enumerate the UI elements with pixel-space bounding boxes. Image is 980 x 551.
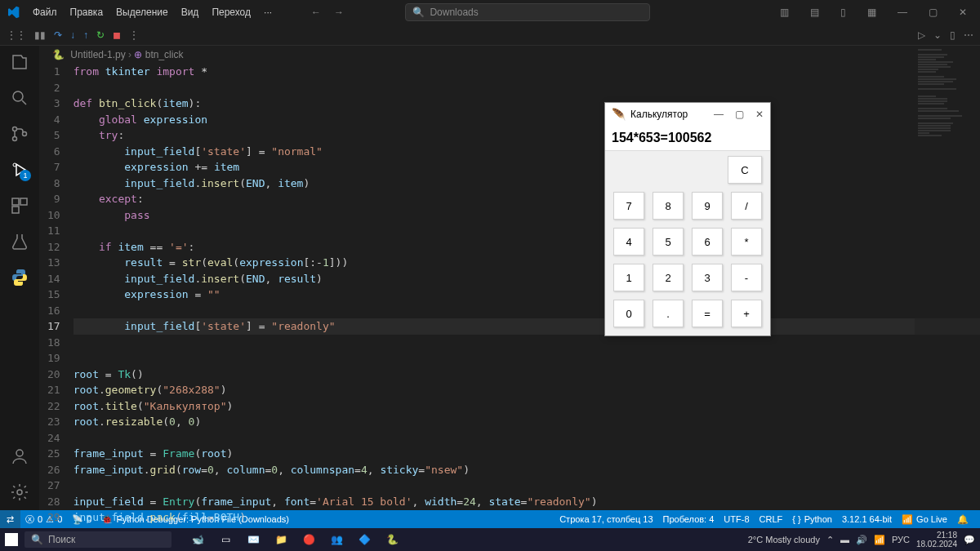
taskbar-teams-icon[interactable]: 👥	[327, 531, 346, 548]
extensions-icon[interactable]	[10, 196, 29, 216]
calc-button-0[interactable]: 0	[613, 300, 644, 327]
menu-edit[interactable]: Правка	[64, 7, 110, 18]
account-icon[interactable]	[10, 447, 29, 466]
layout-icon-4[interactable]: ▦	[861, 3, 883, 21]
breadcrumb-file: Untitled-1.py	[70, 49, 125, 60]
minimize-icon[interactable]: —	[891, 3, 914, 21]
menu-more[interactable]: ···	[257, 7, 278, 18]
maximize-icon[interactable]: ▢	[922, 3, 944, 21]
taskbar-taskview-icon[interactable]: ▭	[216, 531, 235, 548]
calc-button-+[interactable]: +	[731, 300, 762, 327]
pause-icon[interactable]: ▮▮	[34, 29, 46, 41]
calc-button-.[interactable]: .	[653, 300, 684, 327]
tray-notification-icon[interactable]: 💬	[964, 535, 975, 545]
tray-chevron-icon[interactable]: ⌃	[826, 535, 834, 545]
python-file-icon: 🐍	[52, 49, 65, 60]
taskbar-vscode-icon[interactable]: 🔷	[354, 531, 374, 548]
menu-go[interactable]: Переход	[205, 7, 257, 18]
step-into-icon[interactable]: ↓	[70, 29, 75, 41]
search-activity-icon[interactable]	[10, 88, 29, 108]
scm-icon[interactable]	[10, 124, 29, 144]
calc-display: 154*653=100562	[605, 126, 770, 151]
taskbar-explorer-icon[interactable]: 📁	[271, 531, 291, 548]
search-icon: 🔍	[412, 7, 425, 18]
calc-button--[interactable]: -	[731, 264, 762, 291]
line-gutter[interactable]: 1234567891011121314151617181920212223242…	[47, 64, 74, 551]
calc-button-4[interactable]: 4	[613, 228, 644, 256]
nav-back-icon[interactable]: ←	[311, 7, 321, 18]
stop-icon[interactable]: ◼	[113, 29, 121, 41]
grip-icon[interactable]: ⋮⋮	[7, 29, 26, 41]
taskbar-clock[interactable]: 21:18 18.02.2024	[916, 531, 957, 549]
tray-wifi-icon[interactable]: 📶	[874, 535, 885, 545]
calc-button-8[interactable]: 8	[653, 192, 684, 220]
calc-button-6[interactable]: 6	[692, 228, 723, 256]
svg-point-9	[16, 450, 23, 456]
svg-point-3	[13, 137, 17, 141]
command-center[interactable]: 🔍 Downloads	[405, 3, 650, 21]
tray-lang[interactable]: РУС	[892, 535, 910, 544]
explorer-icon[interactable]	[10, 52, 29, 72]
taskbar-opera-icon[interactable]: 🔴	[299, 531, 318, 548]
layout-icon-3[interactable]: ▯	[834, 3, 853, 21]
calc-button-3[interactable]: 3	[692, 264, 723, 291]
breadcrumb-fn: btn_click	[145, 49, 184, 60]
restart-icon[interactable]: ↻	[96, 29, 105, 41]
layout-icon-2[interactable]: ▤	[804, 3, 826, 21]
settings-icon[interactable]	[10, 482, 29, 502]
calc-button-1[interactable]: 1	[613, 264, 644, 291]
tray-sound-icon[interactable]: 🔊	[856, 535, 867, 545]
python-env-icon[interactable]	[10, 268, 29, 287]
calc-button-2[interactable]: 2	[653, 264, 684, 291]
nav-forward-icon[interactable]: →	[334, 7, 344, 18]
remote-indicator[interactable]: ⇄	[0, 510, 20, 528]
svg-rect-7	[20, 198, 27, 205]
calc-minimize-icon[interactable]: —	[714, 109, 724, 120]
start-button[interactable]	[5, 533, 18, 546]
debug-activity-icon[interactable]: 1	[10, 160, 29, 180]
calc-button-/[interactable]: /	[731, 192, 762, 220]
calc-button-=[interactable]: =	[692, 300, 723, 327]
testing-icon[interactable]	[10, 232, 29, 251]
more-debug-icon[interactable]: ⋮	[129, 29, 139, 41]
taskbar-whale-icon[interactable]: 🐋	[188, 531, 207, 548]
editor[interactable]: 🐍 Untitled-1.py › ⊕ btn_click 1234567891…	[39, 46, 980, 510]
run-icon[interactable]: ▷	[918, 29, 925, 41]
code-content[interactable]: from tkinter import *def btn_click(item)…	[74, 64, 980, 551]
calc-button-*[interactable]: *	[731, 228, 762, 256]
activity-bar: 1	[0, 46, 39, 510]
close-icon[interactable]: ✕	[952, 3, 973, 21]
breadcrumb[interactable]: 🐍 Untitled-1.py › ⊕ btn_click	[39, 46, 980, 64]
svg-point-0	[13, 91, 23, 101]
svg-point-10	[17, 490, 22, 495]
more-icon[interactable]: ⋯	[964, 29, 973, 41]
svg-point-2	[13, 127, 17, 131]
run-dropdown-icon[interactable]: ⌄	[933, 29, 942, 41]
calc-button-5[interactable]: 5	[653, 228, 684, 256]
svg-rect-8	[12, 207, 19, 213]
taskbar-mail-icon[interactable]: ✉️	[243, 531, 263, 548]
taskbar-python-icon[interactable]: 🐍	[382, 531, 402, 548]
minimap[interactable]	[915, 46, 980, 510]
tkinter-icon: 🪶	[612, 108, 626, 121]
weather[interactable]: 2°C Mostly cloudy	[748, 535, 820, 544]
step-over-icon[interactable]: ↷	[54, 29, 62, 41]
calc-maximize-icon[interactable]: ▢	[735, 109, 744, 120]
menu-view[interactable]: Вид	[175, 7, 206, 18]
layout-icon-1[interactable]: ▥	[773, 3, 795, 21]
calculator-window: 🪶 Калькулятор — ▢ ✕ 154*653=100562 C 789…	[604, 102, 771, 336]
split-icon[interactable]: ▯	[950, 29, 956, 41]
title-bar: Файл Правка Выделение Вид Переход ··· ← …	[0, 0, 980, 24]
tray-battery-icon[interactable]: ▬	[840, 535, 849, 544]
taskbar-search[interactable]: 🔍 Поиск	[24, 531, 172, 548]
calc-close-icon[interactable]: ✕	[755, 109, 764, 120]
menu-file[interactable]: Файл	[26, 7, 64, 18]
calc-clear-button[interactable]: C	[728, 156, 762, 184]
step-out-icon[interactable]: ↑	[83, 29, 88, 41]
remote-icon: ⇄	[7, 514, 14, 525]
calc-button-7[interactable]: 7	[613, 192, 644, 220]
menu-select[interactable]: Выделение	[109, 7, 175, 18]
calc-title-bar[interactable]: 🪶 Калькулятор — ▢ ✕	[605, 103, 770, 126]
calc-button-9[interactable]: 9	[692, 192, 723, 220]
svg-rect-6	[12, 198, 19, 205]
